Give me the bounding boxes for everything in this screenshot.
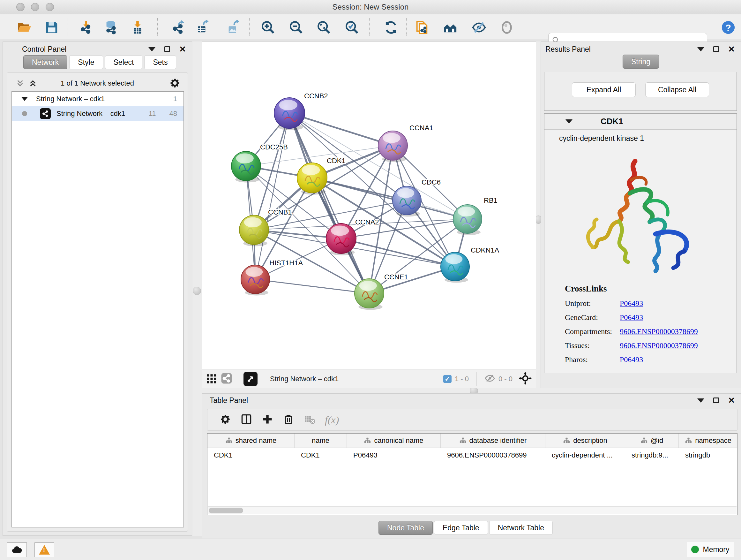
- save-session-button[interactable]: [44, 20, 59, 35]
- bottom-splitter[interactable]: [202, 388, 741, 393]
- network-graph[interactable]: CCNB2CCNA1CDC25BCDK1CDC6RB1CCNB1CCNA2CDK…: [202, 42, 536, 369]
- collapse-all-button[interactable]: Collapse All: [645, 82, 709, 97]
- column-header-name[interactable]: name: [294, 434, 347, 448]
- node-CDK1[interactable]: CDK1: [297, 157, 346, 195]
- crosslink-link[interactable]: 9606.ENSP00000378699: [620, 327, 698, 336]
- show-all-button[interactable]: [499, 20, 515, 35]
- zoom-fit-button[interactable]: [316, 20, 332, 35]
- edge-HIST1H1A-CCNE1[interactable]: [255, 279, 369, 294]
- delete-table-icon[interactable]: [304, 414, 315, 426]
- table-cell[interactable]: 9606.ENSP00000378699: [441, 451, 545, 459]
- birdseye-view-button[interactable]: [244, 372, 258, 386]
- column-label: name: [312, 436, 329, 445]
- new-network-from-selection-button[interactable]: [414, 20, 429, 35]
- node-HIST1H1A[interactable]: HIST1H1A: [241, 259, 303, 295]
- add-column-icon[interactable]: [262, 414, 273, 426]
- pan-crosshair-icon[interactable]: [519, 372, 532, 386]
- table-cell[interactable]: CDK1: [207, 451, 294, 459]
- node-CCNA1[interactable]: CCNA1: [378, 124, 433, 162]
- import-network-file-button[interactable]: [78, 20, 93, 35]
- help-button[interactable]: ?: [721, 20, 736, 35]
- hide-selection-button[interactable]: [471, 20, 487, 35]
- network-share-icon[interactable]: [221, 373, 232, 385]
- table-cell[interactable]: P06493: [347, 451, 441, 459]
- tab-network[interactable]: Network: [23, 55, 67, 69]
- network-canvas[interactable]: CCNB2CCNA1CDC25BCDK1CDC6RB1CCNB1CCNA2CDK…: [202, 42, 536, 369]
- tab-style[interactable]: Style: [69, 55, 103, 69]
- panel-float-icon[interactable]: [713, 397, 719, 403]
- column-header--id[interactable]: @id: [625, 434, 679, 448]
- edge-CDK1-RB1[interactable]: [312, 178, 468, 219]
- column-header-description[interactable]: description: [545, 434, 625, 448]
- import-table-file-button[interactable]: [130, 20, 145, 35]
- crosslink-link[interactable]: 9606.ENSP00000378699: [620, 341, 698, 350]
- panel-float-icon[interactable]: [164, 46, 170, 52]
- crosslink-link[interactable]: P06493: [620, 299, 643, 308]
- tab-sets[interactable]: Sets: [144, 55, 176, 69]
- memory-button[interactable]: Memory: [687, 542, 734, 557]
- grid-view-icon[interactable]: [206, 373, 217, 385]
- delete-column-trash-icon[interactable]: [283, 414, 294, 426]
- panel-float-icon[interactable]: [713, 46, 719, 52]
- warning-status-button[interactable]: [35, 543, 54, 557]
- table-row[interactable]: CDK1CDK1P064939606.ENSP00000378699cyclin…: [207, 448, 737, 462]
- tab-network-table[interactable]: Network Table: [489, 521, 553, 535]
- function-builder-icon[interactable]: f(x): [325, 414, 339, 426]
- crosslink-link[interactable]: P06493: [620, 313, 643, 322]
- right-splitter[interactable]: [536, 42, 541, 388]
- network-row[interactable]: String Network – cdk1 11 48: [12, 106, 184, 121]
- panel-menu-icon[interactable]: [697, 398, 704, 402]
- apply-layout-button[interactable]: [383, 20, 399, 35]
- column-header-canonical-name[interactable]: canonical name: [347, 434, 441, 448]
- open-session-button[interactable]: [17, 20, 32, 35]
- edge-CCNB2-CCNA1[interactable]: [289, 113, 393, 145]
- splitter-grip[interactable]: [193, 287, 201, 295]
- crosslink-label: Compartments:: [565, 327, 620, 336]
- selected-checkbox-icon[interactable]: ✓: [443, 375, 452, 383]
- show-columns-icon[interactable]: [241, 414, 252, 426]
- panel-menu-icon[interactable]: [148, 47, 155, 51]
- table-settings-gear-icon[interactable]: [219, 414, 231, 426]
- column-header-database-identifier[interactable]: database identifier: [441, 434, 545, 448]
- gene-expander-icon[interactable]: [565, 119, 572, 124]
- horizontal-scrollbar[interactable]: [208, 506, 737, 514]
- panel-close-icon[interactable]: ✕: [728, 46, 735, 52]
- first-neighbors-button[interactable]: [443, 20, 458, 35]
- cloud-status-button[interactable]: [7, 543, 27, 557]
- column-header-shared-name[interactable]: shared name: [207, 434, 294, 448]
- expand-all-button[interactable]: Expand All: [572, 82, 636, 97]
- tab-string[interactable]: String: [623, 55, 659, 69]
- left-splitter[interactable]: [192, 42, 202, 536]
- crosslink-link[interactable]: P06493: [620, 355, 643, 364]
- gear-icon[interactable]: [169, 77, 181, 90]
- network-collection-row[interactable]: String Network – cdk1 1: [12, 91, 184, 106]
- panel-menu-icon[interactable]: [697, 47, 704, 51]
- panel-close-icon[interactable]: ✕: [179, 46, 186, 52]
- node-table[interactable]: shared namenamecanonical namedatabase id…: [207, 433, 738, 515]
- hidden-eye-slash-icon[interactable]: [484, 373, 495, 385]
- collection-expander-icon[interactable]: [21, 97, 28, 101]
- tab-node-table[interactable]: Node Table: [379, 521, 433, 535]
- tab-select[interactable]: Select: [105, 55, 143, 69]
- gene-header-row[interactable]: CDK1: [544, 114, 737, 130]
- zoom-out-button[interactable]: [288, 20, 304, 35]
- panel-close-icon[interactable]: ✕: [728, 397, 735, 403]
- node-CDKN1A[interactable]: CDKN1A: [441, 246, 499, 283]
- node-CDC6[interactable]: CDC6: [393, 178, 441, 216]
- node-CCNB2[interactable]: CCNB2: [274, 92, 328, 130]
- zoom-in-button[interactable]: [260, 20, 276, 35]
- zoom-selected-button[interactable]: [344, 20, 360, 35]
- import-network-database-button[interactable]: [103, 20, 118, 35]
- table-cell[interactable]: CDK1: [294, 451, 347, 459]
- column-header-namespace[interactable]: namespace: [679, 434, 738, 448]
- node-RB1[interactable]: RB1: [453, 196, 497, 235]
- export-table-button[interactable]: [195, 20, 210, 35]
- table-cell[interactable]: stringdb: [679, 451, 738, 459]
- edge-CCNB2-HIST1H1A[interactable]: [255, 113, 289, 279]
- table-cell[interactable]: stringdb:9...: [625, 451, 679, 459]
- scrollbar-thumb[interactable]: [209, 508, 243, 513]
- export-network-button[interactable]: [171, 20, 186, 35]
- tab-edge-table[interactable]: Edge Table: [434, 521, 488, 535]
- export-image-button[interactable]: [225, 20, 241, 35]
- table-cell[interactable]: cyclin-dependent ...: [545, 451, 625, 459]
